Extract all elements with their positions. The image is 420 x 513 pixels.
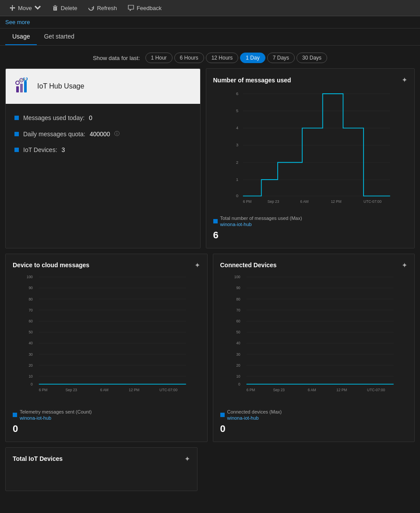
connected-devices-chart-svg: 100 90 80 70 60 50 40 30 20 10 0: [220, 273, 408, 396]
connected-devices-card: Connected Devices ✦ 100 90 80 70 60 50 4…: [213, 254, 415, 442]
svg-text:UTC-07:00: UTC-07:00: [367, 387, 385, 392]
dashboard: IoT Hub Usage Messages used today: 0 Dai…: [0, 68, 420, 498]
daily-quota-stat: Daily messages quota: 400000 ⓘ: [14, 130, 191, 138]
messages-hub-name: winona-iot-hub: [220, 221, 302, 227]
connected-devices-legend-text: Connected devices (Max) winona-iot-hub: [227, 409, 282, 421]
svg-text:10: 10: [236, 374, 240, 379]
svg-text:20: 20: [236, 363, 240, 367]
toolbar: Move Delete Refresh Feedback: [0, 0, 420, 16]
messages-used-label: Messages used today:: [23, 114, 85, 121]
see-more-link[interactable]: See more: [5, 19, 30, 25]
svg-text:1: 1: [236, 177, 238, 182]
stat-indicator-1: [14, 116, 19, 120]
tab-get-started[interactable]: Get started: [37, 28, 81, 45]
svg-rect-2: [24, 81, 27, 92]
device-cloud-header: Device to cloud messages ✦: [13, 261, 200, 269]
messages-chart-area: 6 5 4 3 2 1 0: [213, 88, 408, 212]
messages-chart-svg: 6 5 4 3 2 1 0: [213, 88, 408, 210]
time-btn-1hour[interactable]: 1 Hour: [145, 53, 173, 63]
messages-pin-button[interactable]: ✦: [402, 76, 407, 84]
svg-text:UTC-07:00: UTC-07:00: [159, 387, 177, 392]
time-btn-6hours[interactable]: 6 Hours: [174, 53, 204, 63]
svg-text:100: 100: [234, 275, 240, 279]
tab-usage[interactable]: Usage: [5, 28, 37, 45]
device-cloud-legend-title: Telemetry messages sent (Count): [20, 409, 92, 415]
move-icon: [9, 4, 16, 11]
time-filter: Show data for last: 1 Hour 6 Hours 12 Ho…: [0, 46, 420, 68]
device-cloud-chart-svg: 100 90 80 70 60 50 40 30 20 10 0: [13, 273, 200, 396]
iot-devices-value: 3: [62, 146, 65, 153]
refresh-label: Refresh: [97, 5, 117, 11]
svg-text:80: 80: [236, 297, 240, 301]
feedback-button[interactable]: Feedback: [124, 3, 165, 13]
refresh-button[interactable]: Refresh: [84, 3, 120, 13]
move-button[interactable]: Move: [5, 3, 45, 13]
svg-text:50: 50: [236, 330, 240, 334]
svg-text:0: 0: [31, 382, 33, 386]
svg-text:40: 40: [236, 341, 240, 345]
iot-hub-logo: [14, 78, 32, 95]
refresh-icon: [88, 4, 95, 11]
svg-text:50: 50: [28, 330, 33, 334]
svg-rect-1: [20, 84, 23, 92]
connected-devices-pin-button[interactable]: ✦: [402, 261, 407, 269]
iot-usage-title: IoT Hub Usage: [37, 82, 84, 90]
delete-label: Delete: [61, 5, 78, 11]
tabs-bar: Usage Get started: [0, 28, 420, 46]
daily-quota-label: Daily messages quota:: [23, 131, 85, 138]
device-cloud-legend: Telemetry messages sent (Count) winona-i…: [13, 409, 200, 421]
info-icon[interactable]: ⓘ: [114, 130, 120, 138]
svg-text:Sep 23: Sep 23: [65, 387, 77, 392]
device-cloud-title: Device to cloud messages: [13, 262, 89, 269]
device-cloud-hub-name: winona-iot-hub: [20, 415, 92, 421]
iot-usage-body: Messages used today: 0 Daily messages qu…: [6, 104, 200, 164]
svg-text:0: 0: [238, 382, 240, 386]
device-cloud-pin-button[interactable]: ✦: [194, 261, 200, 269]
svg-text:6 PM: 6 PM: [246, 387, 255, 392]
svg-text:Sep 23: Sep 23: [273, 387, 285, 392]
svg-text:4: 4: [236, 126, 238, 130]
connected-devices-legend-color: [220, 413, 225, 417]
svg-text:0: 0: [236, 194, 238, 198]
time-btn-1day[interactable]: 1 Day: [240, 53, 265, 63]
svg-text:6: 6: [236, 92, 238, 96]
connected-devices-legend-title: Connected devices (Max): [227, 409, 282, 415]
messages-legend-color: [213, 219, 218, 223]
delete-button[interactable]: Delete: [48, 3, 81, 13]
total-iot-card: Total IoT Devices ✦: [5, 447, 198, 491]
total-iot-pin-button[interactable]: ✦: [184, 455, 190, 463]
svg-text:6 AM: 6 AM: [300, 199, 308, 204]
time-btn-12hours[interactable]: 12 Hours: [206, 53, 239, 63]
delete-icon: [52, 4, 59, 11]
iot-devices-label: IoT Devices:: [23, 146, 57, 153]
feedback-label: Feedback: [137, 5, 162, 11]
iot-devices-stat: IoT Devices: 3: [14, 146, 191, 153]
svg-text:80: 80: [28, 297, 33, 301]
total-iot-header: Total IoT Devices ✦: [13, 455, 190, 463]
device-cloud-legend-text: Telemetry messages sent (Count) winona-i…: [20, 409, 92, 421]
messages-used-stat: Messages used today: 0: [14, 114, 191, 121]
time-btn-30days[interactable]: 30 Days: [296, 53, 327, 63]
messages-used-value: 0: [89, 114, 92, 121]
time-btn-7days[interactable]: 7 Days: [267, 53, 295, 63]
messages-chart-legend: Total number of messages used (Max) wino…: [213, 215, 408, 228]
connected-devices-chart-area: 100 90 80 70 60 50 40 30 20 10 0: [220, 273, 408, 405]
feedback-icon: [127, 4, 134, 11]
iot-usage-card: IoT Hub Usage Messages used today: 0 Dai…: [5, 68, 201, 248]
connected-devices-hub-name: winona-iot-hub: [227, 415, 282, 421]
messages-chart-card: Number of messages used ✦ 6 5 4 3 2 1 0: [206, 68, 415, 248]
connected-devices-legend: Connected devices (Max) winona-iot-hub: [220, 409, 408, 421]
svg-text:20: 20: [28, 363, 33, 367]
svg-text:UTC-07:00: UTC-07:00: [364, 199, 381, 204]
connected-devices-big-value: 0: [220, 423, 408, 435]
svg-text:6 PM: 6 PM: [243, 199, 251, 204]
svg-point-3: [16, 81, 19, 85]
svg-text:12 PM: 12 PM: [336, 387, 347, 392]
svg-text:60: 60: [236, 319, 240, 323]
time-filter-label: Show data for last:: [93, 55, 140, 61]
svg-text:12 PM: 12 PM: [129, 387, 139, 392]
svg-text:100: 100: [27, 275, 33, 279]
chevron-down-icon: [34, 4, 41, 11]
messages-legend-title: Total number of messages used (Max): [220, 215, 302, 221]
svg-text:60: 60: [28, 319, 33, 323]
